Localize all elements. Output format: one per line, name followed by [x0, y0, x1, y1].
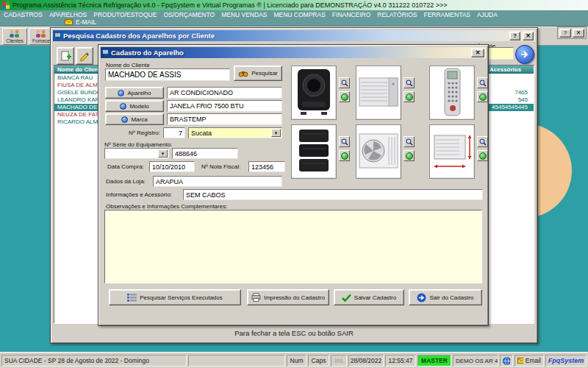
exit-record-button[interactable]: Sair do Cadastro — [409, 289, 482, 305]
grid-header-name[interactable]: Nome do Cliente — [57, 66, 104, 73]
product-image-tower — [291, 124, 337, 179]
load-image-button[interactable] — [477, 150, 488, 161]
dialog-titlebar[interactable]: Cadastro do Aparelho ✕ — [101, 47, 486, 58]
product-5-buttons — [404, 136, 415, 161]
close-icon: ✕ — [476, 49, 481, 56]
device-dialog: Cadastro do Aparelho ✕ Nome do Cliente M… — [98, 44, 489, 326]
menu-compras[interactable]: MENU COMPRAS — [273, 11, 325, 18]
loja-field[interactable]: ARAPUA — [153, 176, 282, 187]
status-user-badge: MASTER — [417, 355, 451, 367]
menu-ajuda[interactable]: AJUDA — [477, 11, 498, 18]
aparelho-field[interactable]: AR CONDICIONADO — [167, 87, 282, 99]
aparelho-button[interactable]: Aparelho — [105, 87, 164, 99]
green-ball-icon — [341, 93, 348, 101]
client-label: Nome do Cliente — [106, 62, 150, 68]
modelo-field[interactable]: JANELA FRIO 7500 BTU — [167, 100, 282, 112]
status-email-button[interactable]: Email — [514, 355, 544, 367]
marca-button[interactable]: Marca — [105, 113, 164, 125]
menu-vendas[interactable]: MENU VENDAS — [221, 11, 267, 18]
new-record-button[interactable] — [57, 47, 74, 65]
print-record-button[interactable]: Impressão do Cadastro — [247, 289, 329, 305]
window-icon — [102, 49, 109, 56]
product-2-buttons — [404, 77, 415, 102]
new-document-icon — [60, 51, 71, 62]
chevron-down-icon[interactable]: ▼ — [158, 149, 168, 158]
info-field[interactable]: SEM CABOS — [183, 189, 483, 200]
lookup-icon — [121, 116, 128, 123]
corner-help-button[interactable]: ? — [559, 29, 571, 38]
client-name-field[interactable]: MACHADO DE ASSIS — [105, 68, 230, 81]
globe-icon — [503, 357, 510, 365]
menu-aparelhos[interactable]: APARELHOS — [49, 11, 87, 18]
compra-field[interactable]: 10/10/2010 — [149, 161, 195, 172]
status-product: DEMO OS AR 4.0 — [453, 355, 498, 367]
product-6-buttons — [477, 136, 488, 161]
product-4-buttons — [339, 136, 350, 161]
status-icon-panel — [500, 355, 513, 367]
lookup-icon — [120, 103, 126, 110]
zoom-button[interactable] — [477, 77, 488, 88]
menu-produto-estoque[interactable]: PRODUTO/ESTOQUE — [93, 11, 157, 18]
nota-label: Nº Nota Fiscal: — [201, 163, 240, 170]
product-image-condenser — [356, 66, 401, 120]
serie-combo[interactable]: ▼ — [104, 148, 169, 159]
menu-ferramentas[interactable]: FERRAMENTAS — [423, 11, 470, 18]
serie-field[interactable]: 488646 — [172, 148, 238, 159]
nota-field[interactable]: 123456 — [248, 161, 285, 172]
search-window-titlebar[interactable]: Pesquisa Cadastro dos Aparelhos por Clie… — [53, 30, 535, 41]
window-help-button[interactable]: ? — [509, 32, 520, 40]
arrow-right-icon — [519, 49, 531, 60]
check-icon — [342, 294, 351, 302]
menu-financeiro[interactable]: FINANCEIRO — [332, 11, 370, 18]
go-search-button[interactable] — [515, 45, 534, 64]
load-image-button[interactable] — [477, 91, 488, 102]
dialog-close-button[interactable]: ✕ — [471, 49, 484, 57]
app-titlebar[interactable]: Programa Assistência Técnica Refrigeraçã… — [0, 0, 588, 10]
close-icon: ✕ — [526, 32, 531, 39]
envelope-icon — [65, 19, 73, 25]
client-search-button[interactable]: Pesquisar — [234, 66, 282, 81]
menu-cadastros[interactable]: CADASTROS — [4, 11, 43, 18]
zoom-button[interactable] — [339, 136, 350, 147]
status-location: SUA CIDADE - SP 28 de Agosto de 2022 - D… — [1, 355, 187, 367]
screen: Programa Assistência Técnica Refrigeraçã… — [0, 0, 588, 368]
help-icon: ? — [564, 29, 567, 36]
load-image-button[interactable] — [404, 150, 415, 161]
window-close-button[interactable]: ✕ — [523, 32, 534, 40]
serie-label: Nº Série do Equipamento: — [104, 141, 172, 148]
modelo-button[interactable]: Modelo — [105, 100, 164, 112]
info-label: Informações e Acessório: — [106, 191, 172, 198]
product-image-dimensions — [429, 124, 475, 179]
toolbar-clientes-button[interactable]: Clientes — [2, 28, 27, 45]
zoom-button[interactable] — [339, 77, 350, 88]
help-icon: ? — [513, 32, 517, 39]
grid-header-right[interactable]: Acessórios — [490, 66, 521, 73]
search-services-button[interactable]: Pesquisar Serviços Executados — [109, 289, 241, 305]
zoom-button[interactable] — [404, 136, 415, 147]
zoom-button[interactable] — [404, 77, 415, 88]
toolbar-clientes-label: Clientes — [6, 38, 23, 43]
green-ball-icon — [406, 93, 413, 101]
status-combo[interactable]: Sucata ▼ — [188, 127, 282, 138]
zoom-button[interactable] — [477, 136, 488, 147]
obs-label: Observações e Informações Complementares… — [106, 203, 227, 210]
pencil-icon — [79, 51, 90, 62]
lookup-icon — [118, 90, 124, 96]
edit-record-button[interactable] — [76, 47, 93, 65]
load-image-button[interactable] — [339, 150, 350, 161]
registro-field[interactable]: 7 — [163, 127, 185, 138]
magnifier-icon — [341, 79, 348, 87]
menu-os-orcamento[interactable]: OS/ORÇAMENTO — [163, 11, 215, 18]
load-image-button[interactable] — [339, 91, 350, 102]
envelope-icon — [517, 358, 523, 364]
load-image-button[interactable] — [404, 91, 415, 102]
window-footer-hint: Para fechar a tela ESC ou botão SAIR — [51, 329, 537, 337]
save-record-button[interactable]: Salvar Cadastro — [334, 289, 404, 305]
obs-textarea[interactable] — [104, 210, 482, 283]
menu-email[interactable]: E-MAIL — [76, 18, 96, 26]
marca-field[interactable]: BRASTEMP — [167, 113, 282, 125]
chevron-down-icon[interactable]: ▼ — [271, 129, 281, 137]
app-title: Programa Assistência Técnica Refrigeraçã… — [12, 1, 448, 9]
menu-relatorios[interactable]: RELATÓRIOS — [377, 11, 417, 18]
corner-close-button[interactable]: ✕ — [573, 29, 584, 38]
